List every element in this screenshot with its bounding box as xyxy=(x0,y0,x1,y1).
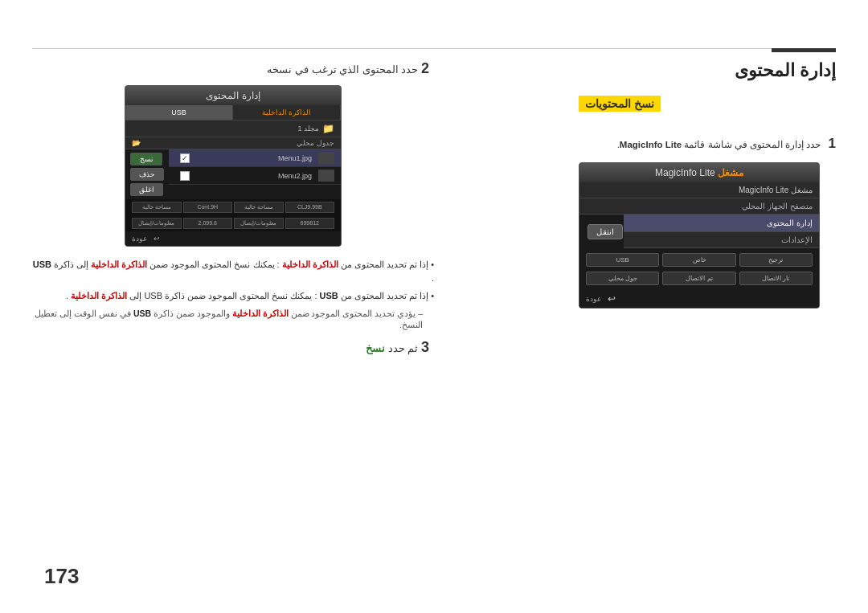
magicinfo-nav-row2: نار الاتصال تم الاتصال جول محلي xyxy=(579,272,819,290)
file-name-2: Menu2.jpg xyxy=(190,172,315,180)
back-label: عودة xyxy=(586,295,601,303)
step3-header: 3 ثم حدد نسخ xyxy=(32,339,434,356)
file-name-1: Menu1.jpg xyxy=(190,154,315,162)
btn-copy[interactable]: نسخ xyxy=(130,153,162,166)
content-panel: إدارة المحتوى الذاكرة الداخلية USB 📁 مجل… xyxy=(125,85,342,247)
step3-text: ثم حدد نسخ xyxy=(366,342,418,354)
notes-section: إذا تم تحديد المحتوى من الذاكرة الداخلية… xyxy=(32,258,434,331)
local-folder-icon: 📂 xyxy=(132,139,141,147)
folder-row[interactable]: 📁 مجلد 1 xyxy=(125,121,341,137)
magicinfo-browser-row: متصفح الجهاز المحلي xyxy=(579,198,819,215)
file-checkbox-1[interactable]: ✓ xyxy=(180,153,190,163)
file-checkbox-2[interactable] xyxy=(180,171,190,181)
main-title: إدارة المحتوى xyxy=(579,60,836,81)
local-table-label: جدول محلي xyxy=(144,139,334,147)
magicinfo-panel: مشغل MagicInfo Lite مشغل MagicInfo Lite … xyxy=(579,162,820,309)
info-row-1: CLJ9.99B مساحة خالية Cont.9H مساحة خالية xyxy=(125,199,341,215)
btn-delete[interactable]: حذف xyxy=(130,168,164,181)
file-item-2[interactable]: Menu2.jpg xyxy=(169,167,341,185)
folder-icon: 📁 xyxy=(322,123,334,134)
step1-number: 1 xyxy=(829,136,836,151)
content-back-arrow: ↩ xyxy=(154,235,160,243)
content-panel-bottom: ↩ عودة xyxy=(125,231,341,246)
magicinfo-settings[interactable]: الإعدادات xyxy=(624,232,819,248)
top-border xyxy=(32,48,836,49)
nav-cell-2[interactable]: خاص xyxy=(662,253,735,267)
note-sub: يؤدي تحديد المحتوى الموجود ضمن الذاكرة ا… xyxy=(32,308,423,331)
nav-cell-6[interactable]: جول محلي xyxy=(586,272,659,285)
tab-internal[interactable]: الذاكرة الداخلية xyxy=(233,105,341,120)
nav-cell-usb[interactable]: USB xyxy=(586,253,659,267)
info-cell-8: معلومات/إيصال xyxy=(132,218,182,229)
content-back-label: عودة xyxy=(132,235,147,243)
step2-text: حدد المحتوى الذي ترغب في نسخه xyxy=(267,63,418,76)
magicinfo-bottom: ↩ عودة xyxy=(579,290,819,308)
info-cell-1: CLJ9.99B xyxy=(285,202,335,213)
right-accent xyxy=(772,48,836,52)
content-panel-tabs: الذاكرة الداخلية USB xyxy=(125,105,341,121)
section-title: نسخ المحتويات xyxy=(579,96,661,112)
magicinfo-panel-header: مشغل MagicInfo Lite xyxy=(579,163,819,182)
info-row-2: 699812 معلومات/إيصال 2,099.8 معلومات/إيص… xyxy=(125,215,341,231)
back-arrow-icon: ↩ xyxy=(608,293,616,304)
info-cell-6: معلومات/إيصال xyxy=(234,218,284,229)
tab-usb[interactable]: USB xyxy=(125,105,233,120)
btn-go[interactable]: انتقل xyxy=(588,224,623,239)
file-list: Menu1.jpg ✓ Menu2.jpg xyxy=(169,149,341,199)
page-number: 173 xyxy=(44,564,79,589)
nav-cell-1[interactable]: ترجيح xyxy=(739,253,813,267)
step3-number: 3 xyxy=(421,339,429,355)
magicinfo-subheader: مشغل MagicInfo Lite xyxy=(579,182,819,198)
content-panel-header: إدارة المحتوى xyxy=(125,86,341,105)
magicinfo-nav-row: ترجيح خاص USB xyxy=(579,248,819,272)
left-column: 2 حدد المحتوى الذي ترغب في نسخه إدارة ال… xyxy=(32,60,434,356)
file-item-1[interactable]: Menu1.jpg ✓ xyxy=(169,149,341,167)
info-cell-7: 2,099.8 xyxy=(183,218,233,229)
folder-name: مجلد 1 xyxy=(297,125,319,133)
info-cell-5: 699812 xyxy=(285,218,335,229)
note-2: إذا تم تحديد المحتوى من USB : يمكنك نسخ … xyxy=(32,289,434,303)
nav-cell-4[interactable]: نار الاتصال xyxy=(739,272,813,285)
step1-text: 1 حدد إدارة المحتوى في شاشة قائمة MagicI… xyxy=(579,133,836,154)
info-cell-3: Cont.9H xyxy=(183,202,233,213)
note-1: إذا تم تحديد المحتوى من الذاكرة الداخلية… xyxy=(32,258,434,284)
file-thumb-2 xyxy=(318,170,334,182)
step2-header: 2 حدد المحتوى الذي ترغب في نسخه xyxy=(32,60,434,77)
info-cell-4: مساحة خالية xyxy=(132,202,182,213)
btn-close[interactable]: اغلق xyxy=(130,183,163,196)
nav-cell-5[interactable]: تم الاتصال xyxy=(662,272,735,285)
info-cell-2: مساحة خالية xyxy=(234,202,284,213)
step2-number: 2 xyxy=(421,60,429,76)
right-column: إدارة المحتوى نسخ المحتويات 1 حدد إدارة … xyxy=(579,60,836,309)
magicinfo-content-mgmt[interactable]: إدارة المحتوى xyxy=(624,215,819,232)
action-buttons: نسخ حذف اغلق xyxy=(125,149,169,199)
file-thumb-1 xyxy=(318,152,334,164)
